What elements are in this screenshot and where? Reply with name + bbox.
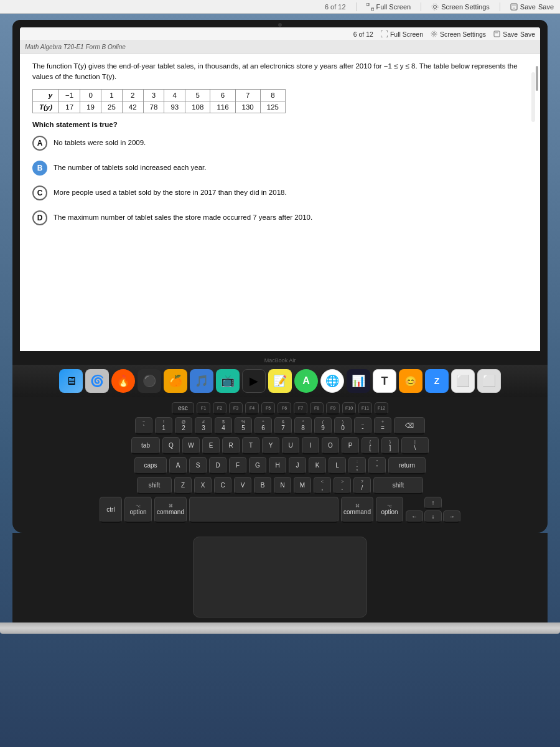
dock-item-notes[interactable]: 📝 (268, 369, 292, 393)
key-t[interactable]: T (242, 437, 259, 454)
dock-item-7[interactable]: 📺 (216, 369, 240, 393)
key-equals[interactable]: += (374, 417, 391, 435)
key-y[interactable]: Y (262, 437, 279, 454)
key-period[interactable]: >. (334, 477, 351, 494)
key-backspace[interactable]: ⌫ (394, 417, 425, 435)
scrollbar[interactable] (535, 54, 539, 243)
key-arrow-left[interactable]: ← (406, 510, 423, 523)
key-a[interactable]: A (169, 457, 187, 474)
key-e[interactable]: E (202, 437, 220, 454)
option-b[interactable]: B The number of tablets sold increased e… (32, 161, 528, 176)
key-lbracket[interactable]: {[ (362, 437, 379, 454)
key-esc[interactable]: esc (172, 402, 194, 415)
key-9[interactable]: (9 (314, 417, 332, 435)
fullscreen-button[interactable]: Full Screen (366, 3, 411, 11)
key-6[interactable]: ^6 (254, 417, 272, 435)
key-q[interactable]: Q (162, 437, 180, 454)
option-c-letter[interactable]: C (32, 186, 47, 200)
dock-item-white2[interactable]: ⬜ (477, 369, 501, 393)
dock-item-zoom[interactable]: Z (425, 369, 449, 393)
key-x[interactable]: X (194, 477, 212, 494)
dock-item-2[interactable]: 🌀 (85, 369, 109, 393)
dock-item-4[interactable]: ⚫ (138, 369, 161, 393)
key-f[interactable]: F (229, 457, 246, 474)
dock-item-a[interactable]: A (294, 369, 318, 393)
option-a[interactable]: A No tablets were sold in 2009. (32, 136, 528, 151)
key-f9[interactable]: F9 (326, 402, 340, 415)
dock-item-bar-chart[interactable]: 📊 (347, 369, 370, 393)
key-semicolon[interactable]: :; (348, 457, 366, 474)
key-f7[interactable]: F7 (294, 402, 307, 415)
key-b[interactable]: B (254, 477, 271, 494)
key-k[interactable]: K (309, 457, 326, 474)
key-shift-left[interactable]: shift (137, 477, 172, 494)
key-minus[interactable]: _- (354, 417, 371, 435)
dock-item-5[interactable]: 🍊 (164, 369, 187, 393)
key-comma[interactable]: <, (314, 477, 331, 494)
key-quote[interactable]: "' (368, 457, 386, 474)
key-c[interactable]: C (214, 477, 231, 494)
option-a-letter[interactable]: A (32, 136, 47, 151)
key-d[interactable]: D (209, 457, 226, 474)
key-command-right[interactable]: ⌘ command (341, 497, 373, 523)
key-f12[interactable]: F12 (375, 402, 388, 415)
key-1[interactable]: !1 (155, 417, 172, 435)
key-s[interactable]: S (189, 457, 207, 474)
screen-save-btn[interactable]: SaveSave (493, 31, 535, 38)
dock-finder[interactable]: 🖥 (59, 369, 83, 393)
key-j[interactable]: J (289, 457, 306, 474)
trackpad[interactable] (193, 537, 367, 618)
key-i[interactable]: I (302, 437, 319, 454)
dock-item-face[interactable]: 😊 (399, 369, 422, 393)
dock-item-3[interactable]: 🔥 (111, 369, 135, 393)
key-v[interactable]: V (234, 477, 251, 494)
key-u[interactable]: U (282, 437, 299, 454)
key-f2[interactable]: F2 (213, 402, 226, 415)
key-shift-right[interactable]: shift (373, 477, 423, 494)
key-return[interactable]: return (388, 457, 426, 474)
key-f3[interactable]: F3 (229, 402, 243, 415)
key-arrow-up[interactable]: ↑ (424, 497, 442, 509)
key-ctrl[interactable]: ctrl (100, 497, 122, 523)
key-7[interactable]: &7 (274, 417, 292, 435)
key-f11[interactable]: F11 (358, 402, 372, 415)
screen-fullscreen-btn[interactable]: Full Screen (381, 31, 423, 38)
key-g[interactable]: G (249, 457, 266, 474)
key-f4[interactable]: F4 (245, 402, 259, 415)
key-arrow-right[interactable]: → (443, 510, 460, 523)
key-caps-lock[interactable]: caps (134, 457, 167, 474)
key-f6[interactable]: F6 (278, 402, 291, 415)
dock-item-apple-tv[interactable]: ▶ (242, 369, 266, 393)
key-option-right[interactable]: ⌥ option (376, 497, 403, 523)
key-space[interactable] (189, 497, 338, 523)
key-4[interactable]: $4 (215, 417, 232, 435)
key-rbracket[interactable]: }] (381, 437, 399, 454)
key-f8[interactable]: F8 (310, 402, 324, 415)
key-5[interactable]: %5 (235, 417, 252, 435)
option-d-letter[interactable]: D (32, 210, 47, 225)
dock-item-6[interactable]: 🎵 (190, 369, 213, 393)
dock-item-chrome[interactable]: 🌐 (320, 369, 344, 393)
key-f1[interactable]: F1 (197, 402, 210, 415)
key-f5[interactable]: F5 (261, 402, 275, 415)
key-arrow-down[interactable]: ↓ (424, 510, 442, 523)
key-w[interactable]: W (182, 437, 200, 454)
key-slash[interactable]: ?/ (353, 477, 371, 494)
key-f10[interactable]: F10 (342, 402, 356, 415)
dock-item-t[interactable]: T (373, 369, 396, 393)
key-option-left[interactable]: ⌥ option (124, 497, 152, 523)
screen-settings-btn[interactable]: Screen Settings (431, 31, 486, 38)
key-p[interactable]: P (342, 437, 359, 454)
key-backslash[interactable]: |\ (401, 437, 429, 454)
option-b-letter[interactable]: B (32, 161, 47, 176)
key-z[interactable]: Z (174, 477, 192, 494)
key-n[interactable]: N (274, 477, 291, 494)
key-tab[interactable]: tab (131, 437, 160, 454)
key-8[interactable]: *8 (294, 417, 312, 435)
key-h[interactable]: H (269, 457, 286, 474)
key-l[interactable]: L (329, 457, 346, 474)
key-2[interactable]: @2 (175, 417, 192, 435)
key-r[interactable]: R (222, 437, 240, 454)
key-o[interactable]: O (322, 437, 339, 454)
key-command-left[interactable]: ⌘ command (154, 497, 187, 523)
